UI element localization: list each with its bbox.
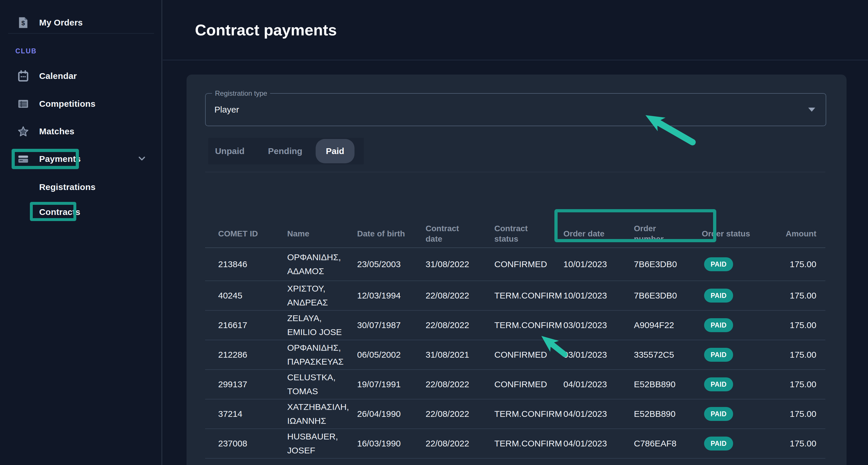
page-title: Contract payments [195,21,337,39]
cell-contract-date: 31/08/2021 [426,350,494,360]
column-header-dob: Date of birth [357,223,426,244]
column-header-name: Name [287,223,357,244]
cell-dob: 19/07/1991 [357,379,426,389]
cell-order-number: E52BB890 [634,409,702,419]
cell-name: CELUSTKA,TOMAS [287,370,357,398]
cell-contract-status: CONFIRMED [494,259,563,269]
content-card: Registration type Player Unpaid Pending … [187,74,846,465]
cell-name: HUSBAUER,JOSEF [287,430,357,458]
cell-order-status: PAID [702,407,772,421]
table-row[interactable]: KNOBLOCH, [205,459,825,465]
status-badge-paid: PAID [704,348,733,362]
sidebar-item-label: Registrations [39,182,95,192]
table-row[interactable]: 37214 ΧΑΤΖΗΒΑΣΙΛΗ,ΙΩΑΝΝΗΣ 26/04/1990 22/… [205,399,825,429]
sidebar-item-contracts[interactable]: Contracts [0,203,162,221]
cell-contract-status: CONFIRMED [494,350,563,360]
cell-comet-id: 37214 [218,409,287,419]
cell-order-date: 04/01/2023 [563,409,634,419]
status-badge-paid: PAID [704,437,733,451]
contract-payments-table: COMET ID Name Date of birth Contractdate… [205,172,825,465]
column-header-order-status: Order status [702,223,772,244]
sidebar-item-label: Payments [39,154,81,164]
cell-order-status: PAID [702,377,772,391]
sidebar-item-matches[interactable]: Matches [0,123,162,140]
cell-name: ΧΑΤΖΗΒΑΣΙΛΗ,ΙΩΑΝΝΗΣ [287,400,357,428]
cell-comet-id: 237008 [218,439,287,448]
cell-dob: 12/03/1994 [357,291,426,301]
cell-contract-status: TERM.CONFIRM [494,320,563,330]
status-badge-paid: PAID [704,289,733,303]
table-row[interactable]: 213846 ΟΡΦΑΝΙΔΗΣ,ΑΔΑΜΟΣ 23/05/2003 31/08… [205,248,825,281]
table-row[interactable]: 216617 ZELAYA,EMILIO JOSE 30/07/1987 22/… [205,311,825,340]
cell-order-date: 04/01/2023 [563,439,634,448]
sidebar-item-label: Calendar [39,71,77,81]
cell-order-number: 335572C5 [634,350,702,360]
cell-order-date: 10/01/2023 [563,291,634,301]
cell-order-date: 04/01/2023 [563,379,634,389]
cell-order-status: PAID [702,348,772,362]
cell-comet-id: 212286 [218,350,287,360]
sidebar-divider [8,33,154,34]
calendar-icon [17,70,30,82]
cell-amount: 175.00 [772,409,825,419]
column-header-comet-id: COMET ID [218,223,287,244]
status-badge-paid: PAID [704,257,733,271]
chevron-down-icon[interactable] [137,156,146,162]
table-header-row: COMET ID Name Date of birth Contractdate… [205,172,825,248]
cell-comet-id: 299137 [218,379,287,389]
table-row[interactable]: 40245 ΧΡΙΣΤΟΥ,ΑΝΔΡΕΑΣ 12/03/1994 22/08/2… [205,281,825,311]
payment-status-tabs: Unpaid Pending Paid [208,138,364,164]
credit-card-icon [17,154,30,164]
cell-name: ZELAYA,EMILIO JOSE [287,311,357,339]
tab-paid[interactable]: Paid [316,139,354,163]
cell-order-date: 03/01/2023 [563,350,634,360]
cell-order-status: PAID [702,437,772,451]
cell-name: ΟΡΦΑΝΙΔΗΣ,ΠΑΡΑΣΚΕΥΑΣ [287,341,357,369]
tab-unpaid[interactable]: Unpaid [208,138,251,164]
column-header-contract-status: Contractstatus [494,223,563,244]
table-row[interactable]: 212286 ΟΡΦΑΝΙΔΗΣ,ΠΑΡΑΣΚΕΥΑΣ 06/05/2002 3… [205,340,825,370]
cell-dob: 06/05/2002 [357,350,426,360]
column-header-amount: Amount [772,223,825,244]
sidebar-item-competitions[interactable]: Competitions [0,95,162,113]
sidebar-item-registrations[interactable]: Registrations [0,178,162,196]
header-divider [163,60,868,60]
svg-text:$: $ [22,20,25,27]
cell-contract-date: 22/08/2022 [426,379,494,389]
cell-comet-id: 40245 [218,291,287,301]
cell-comet-id: 216617 [218,320,287,330]
cell-contract-date: 22/08/2022 [426,409,494,419]
column-header-contract-date: Contractdate [426,223,494,244]
tab-pending[interactable]: Pending [264,138,307,164]
cell-amount: 175.00 [772,291,825,301]
cell-amount: 175.00 [772,350,825,360]
cell-contract-date: 22/08/2022 [426,320,494,330]
select-caret-icon [808,107,815,112]
sidebar-item-label: My Orders [39,18,83,28]
registration-type-select[interactable]: Registration type Player [205,93,826,126]
cell-amount: 175.00 [772,259,825,269]
cell-contract-date: 22/08/2022 [426,291,494,301]
cell-contract-status: TERM.CONFIRM [494,409,563,419]
cell-order-date: 03/01/2023 [563,320,634,330]
sidebar-item-calendar[interactable]: Calendar [0,67,162,85]
cell-amount: 175.00 [772,320,825,330]
receipt-dollar-icon: $ [17,16,30,29]
cell-order-date: 10/01/2023 [563,259,634,269]
table-row[interactable]: 299137 CELUSTKA,TOMAS 19/07/1991 22/08/2… [205,370,825,399]
cell-name: ΟΡΦΑΝΙΔΗΣ,ΑΔΑΜΟΣ [287,250,357,278]
cell-name: ΧΡΙΣΤΟΥ,ΑΝΔΡΕΑΣ [287,282,357,310]
column-header-order-number: Ordernumber [634,223,702,244]
table-list-icon [17,99,30,108]
sidebar: $ My Orders CLUB Calendar [0,0,162,465]
cell-contract-status: TERM.CONFIRM [494,291,563,301]
star-icon [17,126,30,137]
sidebar-item-label: Matches [39,126,74,136]
table-row[interactable]: 237008 HUSBAUER,JOSEF 16/03/1990 22/08/2… [205,429,825,459]
sidebar-item-my-orders[interactable]: $ My Orders [0,14,162,31]
cell-order-number: E52BB890 [634,379,702,389]
cell-order-number: C786EAF8 [634,439,702,448]
cell-order-number: 7B6E3DB0 [634,259,702,269]
cell-dob: 23/05/2003 [357,259,426,269]
registration-type-value: Player [214,94,239,126]
